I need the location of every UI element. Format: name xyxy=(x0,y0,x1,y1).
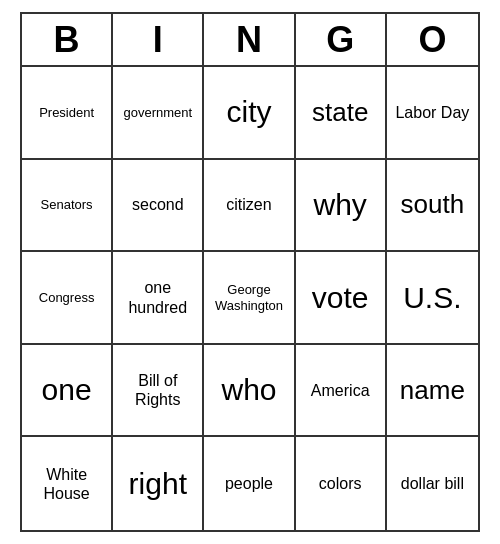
bingo-cell-0: President xyxy=(22,67,113,160)
bingo-cell-4: Labor Day xyxy=(387,67,478,160)
bingo-cell-15: one xyxy=(22,345,113,438)
header-letter: B xyxy=(22,14,113,65)
bingo-card: BINGO PresidentgovernmentcitystateLabor … xyxy=(20,12,480,532)
bingo-cell-10: Congress xyxy=(22,252,113,345)
bingo-cell-3: state xyxy=(296,67,387,160)
bingo-cell-22: people xyxy=(204,437,295,530)
bingo-cell-7: citizen xyxy=(204,160,295,253)
header-letter: I xyxy=(113,14,204,65)
bingo-cell-12: George Washington xyxy=(204,252,295,345)
bingo-cell-24: dollar bill xyxy=(387,437,478,530)
bingo-cell-21: right xyxy=(113,437,204,530)
bingo-cell-23: colors xyxy=(296,437,387,530)
bingo-cell-1: government xyxy=(113,67,204,160)
bingo-cell-6: second xyxy=(113,160,204,253)
header-letter: O xyxy=(387,14,478,65)
bingo-cell-18: America xyxy=(296,345,387,438)
bingo-cell-20: White House xyxy=(22,437,113,530)
bingo-cell-16: Bill of Rights xyxy=(113,345,204,438)
bingo-cell-13: vote xyxy=(296,252,387,345)
bingo-cell-8: why xyxy=(296,160,387,253)
bingo-cell-9: south xyxy=(387,160,478,253)
bingo-grid: PresidentgovernmentcitystateLabor DaySen… xyxy=(20,65,480,532)
bingo-cell-14: U.S. xyxy=(387,252,478,345)
bingo-cell-5: Senators xyxy=(22,160,113,253)
header-letter: N xyxy=(204,14,295,65)
bingo-cell-17: who xyxy=(204,345,295,438)
bingo-cell-2: city xyxy=(204,67,295,160)
bingo-cell-19: name xyxy=(387,345,478,438)
bingo-cell-11: one hundred xyxy=(113,252,204,345)
bingo-header: BINGO xyxy=(20,12,480,65)
header-letter: G xyxy=(296,14,387,65)
